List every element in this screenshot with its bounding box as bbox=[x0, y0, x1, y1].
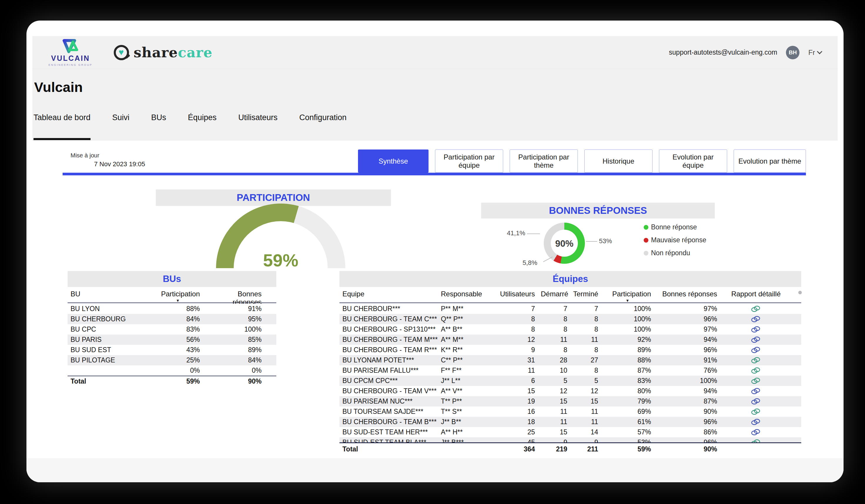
language-selector[interactable]: Fr bbox=[808, 48, 821, 57]
rapport-detaille-cell bbox=[726, 355, 801, 365]
demarre-cell: 12 bbox=[541, 386, 573, 396]
rapport-detaille-link[interactable] bbox=[751, 439, 761, 443]
language-label: Fr bbox=[808, 48, 815, 57]
equipes-clipped-row-wrap: BU SUD-EST TEAM BLA***J** B***459953%96% bbox=[339, 437, 801, 443]
bonnes-reponses-cell: 0% bbox=[209, 365, 276, 376]
termine-cell: 27 bbox=[573, 355, 604, 365]
equipes-column-header-equipe[interactable]: Equipe bbox=[339, 289, 438, 303]
report-tab-evolution-par-theme[interactable]: Evolution par thème bbox=[734, 150, 806, 173]
report-tab-participation-par-theme[interactable]: Participation par thème bbox=[510, 150, 578, 173]
bu-name-cell: BU PILOTAGE bbox=[68, 355, 156, 365]
demarre-cell: 8 bbox=[541, 314, 573, 324]
report-tab-participation-par-equipe[interactable]: Participation par équipe bbox=[435, 150, 503, 173]
equipes-table-row: BU PARISEAM NUC***T** P**19151579%87% bbox=[339, 396, 801, 407]
link-icon bbox=[751, 377, 761, 384]
bonnes-reponses-cell: 97% bbox=[658, 324, 726, 335]
rapport-detaille-cell bbox=[726, 417, 801, 427]
rapport-detaille-link[interactable] bbox=[751, 305, 761, 312]
utilisateurs-cell: 7 bbox=[495, 304, 541, 314]
chevron-down-icon bbox=[817, 49, 822, 54]
participation-cell: 100% bbox=[604, 304, 658, 314]
responsable-cell: F** F** bbox=[438, 365, 495, 376]
equipes-column-header-responsable[interactable]: Responsable bbox=[438, 289, 495, 303]
rapport-detaille-cell bbox=[726, 314, 801, 324]
column-label: Démarré bbox=[541, 290, 567, 298]
rapport-detaille-cell bbox=[726, 407, 801, 417]
utilisateurs-cell: 31 bbox=[495, 355, 541, 365]
equipes-column-header-participation[interactable]: Participation▼ bbox=[604, 289, 658, 303]
report-tab-synthese[interactable]: Synthèse bbox=[358, 150, 428, 173]
equipe-cell: BU CHERBOURG - TEAM C*** bbox=[339, 314, 438, 324]
rapport-detaille-link[interactable] bbox=[751, 377, 761, 384]
nav-tab-equipes[interactable]: Équipes bbox=[188, 113, 217, 140]
participation-cell: 61% bbox=[604, 417, 658, 427]
column-label: Responsable bbox=[441, 290, 495, 298]
demarre-cell: 11 bbox=[541, 407, 573, 417]
rapport-detaille-link[interactable] bbox=[751, 388, 761, 395]
equipes-table-row: BU LYONAM POTET***C** P**31282788%91% bbox=[339, 355, 801, 365]
legend-item-bonne-reponse: Bonne réponse bbox=[644, 223, 706, 231]
brand-row: VULCAIN ENGINEERING GROUP ♥ sharecare su… bbox=[32, 36, 838, 69]
equipe-cell: BU TOURSEAM SAJDE*** bbox=[339, 407, 438, 417]
nav-tab-suivi[interactable]: Suivi bbox=[112, 113, 130, 140]
bonnes-reponses-cell: 96% bbox=[658, 345, 726, 355]
equipes-column-header-utilisateurs[interactable]: Utilisateurs bbox=[495, 289, 541, 303]
equipes-column-header-bonnes-reponses[interactable]: Bonnes réponses bbox=[658, 289, 726, 303]
rapport-detaille-link[interactable] bbox=[751, 347, 761, 353]
termine-cell: 5 bbox=[573, 376, 604, 386]
equipe-cell: BU PARISEAM FALLU*** bbox=[339, 365, 438, 376]
rapport-detaille-link[interactable] bbox=[751, 367, 761, 374]
equipes-table-row: BU CPCM CPC***J** L**65583%100% bbox=[339, 376, 801, 386]
vulcain-logo-icon bbox=[56, 39, 85, 54]
nav-tab-tableau-de-bord[interactable]: Tableau de bord bbox=[34, 113, 91, 140]
total-label-cell: Total bbox=[339, 444, 438, 454]
rapport-detaille-cell bbox=[726, 427, 801, 437]
callout-line bbox=[527, 234, 540, 234]
report-tabs: SynthèseParticipation par équipeParticip… bbox=[358, 150, 806, 173]
nav-tab-utilisateurs[interactable]: Utilisateurs bbox=[238, 113, 278, 140]
participation-cell: 25% bbox=[156, 355, 209, 365]
rapport-detaille-cell bbox=[726, 365, 801, 376]
rapport-detaille-link[interactable] bbox=[751, 408, 761, 415]
equipes-column-header-demarre[interactable]: Démarré bbox=[541, 289, 573, 303]
donut-callout-right: 53% bbox=[599, 237, 612, 245]
demarre-cell: 11 bbox=[541, 335, 573, 345]
rapport-detaille-link[interactable] bbox=[751, 357, 761, 364]
nav-tab-bus[interactable]: BUs bbox=[151, 113, 166, 140]
participation-title: PARTICIPATION bbox=[156, 189, 391, 206]
scrollbar-thumb[interactable] bbox=[798, 291, 802, 294]
equipes-table-row: BU CHERBOURG - TEAM R***K** R**98889%96% bbox=[339, 345, 801, 355]
total-label-cell: Total bbox=[68, 376, 156, 387]
termine-cell: 7 bbox=[573, 304, 604, 314]
legend-dot bbox=[644, 238, 648, 243]
report-tab-evolution-par-equipe[interactable]: Evolution par équipe bbox=[659, 150, 727, 173]
column-label: Rapport détaillé bbox=[726, 290, 781, 298]
nav-tab-configuration[interactable]: Configuration bbox=[299, 113, 347, 140]
app-window: VULCAIN ENGINEERING GROUP ♥ sharecare su… bbox=[26, 21, 843, 482]
bus-panel-title: BUs bbox=[68, 271, 276, 287]
bonnes-reponses-cell: 90% bbox=[658, 407, 726, 417]
rapport-detaille-link[interactable] bbox=[751, 398, 761, 405]
bonnes-reponses-cell: 96% bbox=[658, 314, 726, 324]
equipes-column-header-termine[interactable]: Terminé bbox=[573, 289, 604, 303]
report-tab-historique[interactable]: Historique bbox=[584, 150, 653, 173]
rapport-detaille-cell bbox=[726, 396, 801, 407]
link-icon bbox=[751, 388, 761, 395]
total-participation-cell: 59% bbox=[604, 444, 658, 454]
bonnes-reponses-cell: 97% bbox=[658, 304, 726, 314]
bu-name-cell: BU CHERBOURG bbox=[68, 314, 156, 324]
rapport-detaille-link[interactable] bbox=[751, 316, 761, 323]
equipes-column-header-rapport-detaille[interactable]: Rapport détaillé bbox=[726, 289, 801, 303]
demarre-cell: 11 bbox=[541, 417, 573, 427]
responsable-cell: A** H** bbox=[438, 427, 495, 437]
rapport-detaille-link[interactable] bbox=[751, 336, 761, 343]
rapport-detaille-link[interactable] bbox=[751, 419, 761, 425]
avatar[interactable]: BH bbox=[786, 46, 799, 59]
demarre-cell: 9 bbox=[541, 437, 573, 443]
donut-center-value: 90% bbox=[544, 238, 585, 249]
rapport-detaille-link[interactable] bbox=[751, 429, 761, 436]
bonnes-reponses-cell: 87% bbox=[658, 396, 726, 407]
equipes-table-row: BU SUD-EST TEAM HER***A** H**25151457%86… bbox=[339, 427, 801, 437]
equipes-table-row: BU SUD-EST TEAM BLA***J** B***459953%96% bbox=[339, 437, 801, 443]
rapport-detaille-link[interactable] bbox=[751, 326, 761, 333]
